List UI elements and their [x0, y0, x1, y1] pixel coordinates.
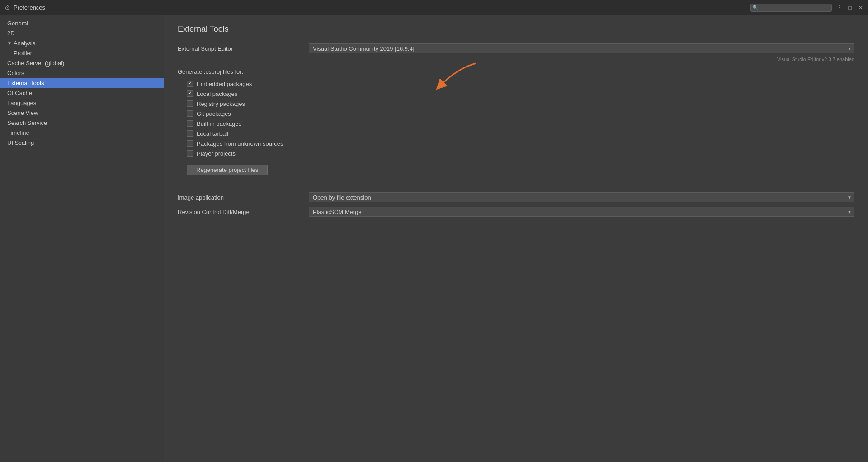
title-bar: ⚙ Preferences 🔍 ⋮ □ ✕ — [0, 0, 868, 15]
checkboxes-section: Embedded packages Local packages Registr… — [178, 79, 854, 158]
checkbox-text-builtin: Built-in packages — [197, 120, 241, 127]
checkbox-label-builtin[interactable]: Built-in packages — [187, 120, 241, 127]
checkbox-text-local: Local packages — [197, 90, 237, 97]
checkbox-label-embedded[interactable]: Embedded packages — [187, 81, 252, 87]
checkbox-row-embedded: Embedded packages — [178, 79, 854, 89]
external-script-editor-row: External Script Editor Visual Studio Com… — [178, 43, 854, 54]
search-icon: 🔍 — [753, 5, 758, 10]
sidebar-item-colors[interactable]: Colors — [0, 68, 164, 78]
search-bar[interactable]: 🔍 — [750, 4, 832, 12]
sidebar-label-ui-scaling: UI Scaling — [7, 139, 34, 146]
sidebar-label-profiler: Profiler — [14, 50, 32, 57]
checkbox-row-builtin: Built-in packages — [178, 119, 854, 129]
sidebar-item-external-tools[interactable]: External Tools — [0, 78, 164, 88]
checkbox-text-embedded: Embedded packages — [197, 81, 252, 87]
image-application-label: Image application — [178, 194, 309, 201]
external-script-editor-select-wrapper[interactable]: Visual Studio Community 2019 [16.9.4] Vi… — [309, 43, 854, 53]
close-button[interactable]: ✕ — [857, 4, 864, 11]
checkbox-builtin[interactable] — [187, 120, 193, 127]
checkbox-label-registry[interactable]: Registry packages — [187, 100, 245, 107]
sidebar-item-analysis[interactable]: ▼ Analysis — [0, 38, 164, 48]
regenerate-button[interactable]: Regenerate project files — [187, 165, 268, 175]
sidebar-label-search-service: Search Service — [7, 119, 47, 126]
sidebar-item-2d[interactable]: 2D — [0, 28, 164, 38]
sidebar-item-languages[interactable]: Languages — [0, 98, 164, 108]
sidebar-label-analysis: Analysis — [14, 40, 35, 47]
app-body: General 2D ▼ Analysis Profiler Cache Ser… — [0, 15, 868, 462]
section-title: External Tools — [178, 24, 854, 34]
image-application-row: Image application Open by file extension… — [178, 192, 854, 203]
checkbox-label-local[interactable]: Local packages — [187, 90, 237, 97]
divider — [178, 187, 854, 187]
generate-label: Generate .csproj files for: — [178, 68, 854, 75]
sidebar-item-ui-scaling[interactable]: UI Scaling — [0, 138, 164, 148]
checkbox-player[interactable] — [187, 150, 193, 157]
window-controls[interactable]: ⋮ □ ✕ — [835, 4, 864, 11]
checkbox-row-git: Git packages — [178, 109, 854, 119]
checkbox-registry[interactable] — [187, 100, 193, 107]
sidebar-label-general: General — [7, 20, 28, 27]
checkbox-label-git[interactable]: Git packages — [187, 110, 231, 117]
image-application-select-wrapper[interactable]: Open by file extension ▼ — [309, 192, 854, 202]
sidebar-item-scene-view[interactable]: Scene View — [0, 108, 164, 118]
checkbox-label-player[interactable]: Player projects — [187, 150, 236, 157]
checkbox-text-tarball: Local tarball — [197, 130, 228, 137]
image-application-select[interactable]: Open by file extension — [309, 192, 854, 202]
external-script-editor-control: Visual Studio Community 2019 [16.9.4] Vi… — [309, 43, 854, 53]
sidebar: General 2D ▼ Analysis Profiler Cache Ser… — [0, 15, 164, 462]
sidebar-item-profiler[interactable]: Profiler — [0, 48, 164, 58]
sidebar-label-scene-view: Scene View — [7, 110, 38, 116]
checkbox-row-unknown: Packages from unknown sources — [178, 138, 854, 148]
revision-control-select[interactable]: PlasticSCM Merge Unity YAMLMerge — [309, 207, 854, 217]
external-script-editor-select[interactable]: Visual Studio Community 2019 [16.9.4] Vi… — [309, 43, 854, 53]
maximize-button[interactable]: □ — [846, 4, 854, 11]
checkbox-label-unknown[interactable]: Packages from unknown sources — [187, 140, 283, 147]
sidebar-label-languages: Languages — [7, 100, 36, 106]
menu-button[interactable]: ⋮ — [835, 4, 843, 11]
arrow-icon-analysis: ▼ — [7, 41, 12, 46]
sidebar-item-gi-cache[interactable]: GI Cache — [0, 88, 164, 98]
sidebar-item-cache-server[interactable]: Cache Server (global) — [0, 58, 164, 68]
checkbox-text-player: Player projects — [197, 150, 236, 157]
checkbox-unknown[interactable] — [187, 140, 193, 147]
app-icon: ⚙ — [4, 4, 11, 11]
checkbox-git[interactable] — [187, 110, 193, 117]
sidebar-item-general[interactable]: General — [0, 18, 164, 28]
version-note: Visual Studio Editor v2.0.7 enabled — [178, 57, 854, 62]
image-application-control: Open by file extension ▼ — [309, 192, 854, 202]
checkbox-local[interactable] — [187, 90, 193, 97]
checkbox-row-player: Player projects — [178, 148, 854, 158]
checkbox-row-tarball: Local tarball — [178, 129, 854, 138]
window-title: Preferences — [14, 4, 45, 11]
sidebar-label-cache-server: Cache Server (global) — [7, 60, 64, 67]
revision-control-row: Revision Control Diff/Merge PlasticSCM M… — [178, 206, 854, 217]
sidebar-label-external-tools: External Tools — [7, 80, 44, 86]
sidebar-item-search-service[interactable]: Search Service — [0, 118, 164, 128]
revision-control-label: Revision Control Diff/Merge — [178, 209, 309, 215]
revision-control-select-wrapper[interactable]: PlasticSCM Merge Unity YAMLMerge ▼ — [309, 207, 854, 217]
sidebar-label-2d: 2D — [7, 30, 15, 37]
checkbox-row-registry: Registry packages — [178, 99, 854, 109]
checkbox-row-local: Local packages — [178, 89, 854, 99]
sidebar-label-gi-cache: GI Cache — [7, 90, 32, 96]
sidebar-label-colors: Colors — [7, 70, 24, 76]
checkbox-text-unknown: Packages from unknown sources — [197, 140, 283, 147]
sidebar-label-timeline: Timeline — [7, 129, 29, 136]
checkbox-text-registry: Registry packages — [197, 100, 245, 107]
external-script-editor-label: External Script Editor — [178, 45, 309, 52]
checkbox-embedded[interactable] — [187, 81, 193, 87]
sidebar-item-timeline[interactable]: Timeline — [0, 128, 164, 138]
checkbox-text-git: Git packages — [197, 110, 231, 117]
revision-control-control: PlasticSCM Merge Unity YAMLMerge ▼ — [309, 207, 854, 217]
checkbox-label-tarball[interactable]: Local tarball — [187, 130, 228, 137]
main-content: External Tools External Script Editor Vi… — [164, 15, 868, 462]
checkbox-tarball[interactable] — [187, 130, 193, 137]
